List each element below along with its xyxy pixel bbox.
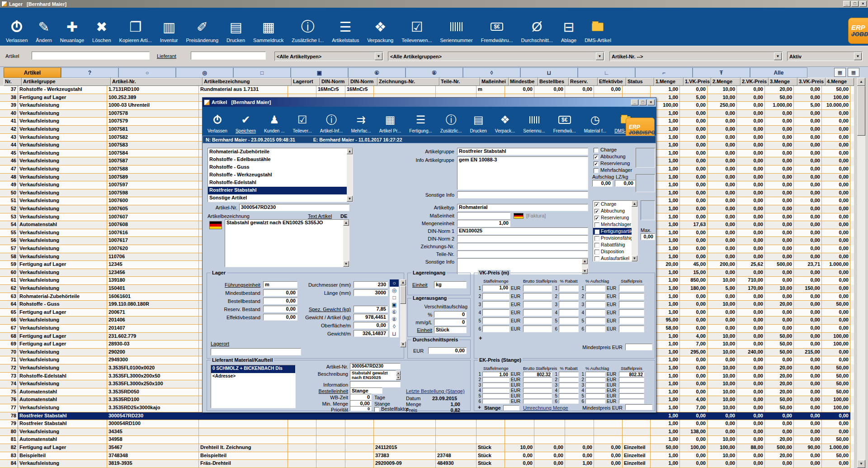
staffelpreis-field[interactable] (619, 317, 644, 324)
column-header-2-vk-preis[interactable]: 2.VK-Preis (741, 78, 769, 86)
sonstige-info-field[interactable] (457, 191, 588, 199)
table-row[interactable]: 80Verkaufsleistung343451,00138,000,000,0… (0, 428, 854, 436)
staffelpreis-field[interactable] (619, 301, 644, 308)
staffelpreis-field[interactable] (619, 388, 644, 393)
staffelmenge-field[interactable]: 1,00 (482, 285, 509, 292)
lieferant-list[interactable]: 0 SCHMOLZ + BICKENBACH Dis<Adresse> (211, 365, 296, 408)
toolbar-button-teileverwendung[interactable]: ☑Teilever... (289, 107, 316, 135)
brutto-staffelpreis-field[interactable] (523, 301, 552, 308)
toolbar-button-kunden[interactable]: ♟Kunden ... (260, 107, 289, 135)
ek-einheit-field[interactable] (503, 405, 519, 411)
fertigungsartikel-checkbox[interactable] (594, 229, 599, 234)
shape-scrollbar[interactable]: ▲ ▼ (400, 279, 406, 347)
artikel-filter-input[interactable] (32, 52, 150, 60)
rabatt-field[interactable] (559, 383, 579, 388)
rabatt-field[interactable] (559, 377, 579, 382)
column-header-din-norm[interactable]: DIN-Norm (349, 78, 377, 86)
aufschlag-field[interactable] (585, 388, 605, 393)
scrollbar-thumb[interactable] (857, 86, 865, 136)
shape-option[interactable]: ◎ (390, 287, 399, 294)
vk-mindestpreis-field[interactable] (625, 344, 652, 350)
list-item[interactable]: Rohmaterial-Zubehörteile (208, 148, 353, 156)
letzte-bestellung-link[interactable]: Letzte Bestellung (Stange) (406, 388, 465, 394)
lieferant-filter-input[interactable] (191, 52, 266, 60)
chevron-down-icon[interactable]: ▼ (596, 52, 604, 60)
l-nge-mm--field[interactable]: 3000 (354, 289, 388, 296)
tab-shape-10[interactable]: ∟ (578, 67, 635, 78)
aufschlag-field[interactable] (585, 393, 605, 398)
flag-item-abbuchung[interactable]: ✓Abbuchung (593, 208, 637, 214)
toolbar-button-loeschen[interactable]: ✖Löschen (88, 9, 115, 45)
staffelmenge-field[interactable] (482, 301, 509, 308)
prozent-field[interactable]: 0 (434, 311, 467, 318)
mehrfachlager-checkbox[interactable] (594, 222, 599, 227)
bestellfaktor-checkbox[interactable] (374, 407, 379, 412)
staffelpreis-field[interactable] (619, 377, 644, 382)
staffelmenge-field[interactable] (482, 309, 509, 316)
staffelmenge-field[interactable] (482, 393, 509, 398)
brutto-staffelpreis-field[interactable] (523, 383, 552, 388)
list-item[interactable]: Rohstoffe - Werkzeugstahl (208, 171, 353, 179)
staffelpreis-field[interactable] (619, 309, 644, 316)
brutto-staffelpreis-field[interactable] (523, 309, 552, 316)
masseinheit-field[interactable] (457, 212, 510, 219)
toolbar-button-fremdwaehrung[interactable]: $€Fremdwähru... (477, 9, 517, 45)
toolbar-button-fremdwaehrung[interactable]: $€Fremdwä... (549, 107, 580, 135)
staffelpreis-field[interactable] (619, 326, 644, 332)
aufschlag-field[interactable] (585, 372, 605, 377)
aufschlag-field[interactable] (585, 309, 605, 316)
spez-gewicht-kg--field[interactable]: 7,85 (354, 306, 388, 312)
toolbar-button-artikel-preis[interactable]: ▦Artikel Pr... (375, 107, 405, 135)
shape-option[interactable]: ◊ (390, 323, 399, 330)
list-item[interactable]: Rohstoffe-Edelstahl (208, 179, 353, 187)
aufschlag-field[interactable] (585, 383, 605, 388)
toolbar-button-ablage[interactable]: ⊟Ablage (557, 9, 580, 45)
table-row[interactable]: 82Fertigung auf Lager35467Drehteil lt. Z… (0, 444, 854, 452)
rabatt-field[interactable] (559, 301, 579, 308)
toolbar-button-verpackung[interactable]: ❖Verpackung (363, 9, 397, 45)
bestelleinheit-field[interactable]: Stange (350, 388, 382, 394)
abbuchung-checkbox[interactable]: ✓ (594, 209, 599, 214)
list-item[interactable]: Rostfreier Stabstahl (208, 187, 353, 194)
shape-option[interactable]: ⑥ (390, 308, 399, 316)
chevron-down-icon[interactable]: ▼ (774, 52, 782, 60)
lzkg-field[interactable]: 0,00 (615, 180, 635, 187)
auslaufartikel-checkbox[interactable] (594, 256, 599, 261)
ausgang-einheit-label[interactable]: Einheit (410, 327, 432, 333)
charge-checkbox[interactable] (594, 148, 599, 153)
artikel-flags-list[interactable]: ✓Charge✓Abbuchung✓ReservierungMehrfachla… (593, 200, 638, 262)
staffelpreis-field[interactable]: 802,32 (619, 372, 644, 377)
toolbar-button-zusaetzliche-info[interactable]: ⓘZusätzliche I... (288, 9, 328, 45)
aktiv-dropdown[interactable]: Aktiv ▼ (787, 52, 863, 61)
disposition-checkbox[interactable] (594, 250, 599, 255)
toolbar-button-material[interactable]: ◷Material f... (580, 107, 610, 135)
toolbar-button-drucken[interactable]: ▤Drucken (222, 9, 249, 45)
toolbar-button-seriennummer[interactable]: Seriennummer (436, 9, 477, 45)
maximize-button[interactable]: □ (851, 1, 859, 7)
zeichnungs-nr-field[interactable] (457, 243, 588, 250)
flag-item-reservierung[interactable]: ✓Reservierung (593, 214, 637, 221)
lagerort-label[interactable]: Lagerort (211, 341, 229, 346)
teile-nr-field[interactable] (457, 251, 588, 258)
scroll-down-icon[interactable]: ▼ (857, 460, 865, 468)
gewicht-m-field[interactable]: 326,14837 (354, 330, 388, 337)
table-row[interactable]: 37Rohstoffe - Werkzeugstahl1.7131RD100Ru… (0, 86, 854, 94)
toolbar-button-verpackung[interactable]: ❖Verpack... (491, 107, 519, 135)
beschreibung-scrollbar[interactable]: ▲ ▼ (396, 371, 401, 380)
artikeltypen-dropdown[interactable]: <Alle Artikeltypen> ▼ (274, 52, 383, 61)
column-header-lagerort[interactable]: Lagerort (292, 78, 320, 86)
table-row[interactable]: 78Rostfreier Stabstahl3000547RD2301,000,… (0, 412, 854, 421)
scroll-down-icon[interactable]: ▼ (396, 375, 401, 380)
rabatt-field[interactable] (559, 293, 579, 300)
field-label[interactable]: Spez. Gewicht (kg) (288, 307, 351, 312)
list-item[interactable]: Rohstoffe - Edelbaustähle (208, 156, 353, 164)
column-header-bestellbes[interactable]: Bestellbes (538, 78, 569, 86)
toolbar-button-dms-artikel[interactable]: DMS-Artikel (580, 9, 615, 45)
max-field[interactable]: 0,00 (641, 233, 655, 240)
shape-option[interactable]: ⊔ (390, 330, 399, 337)
column-header-2-menge[interactable]: 2.Menge (711, 78, 741, 86)
prioritaet-field[interactable]: 0 (350, 406, 372, 411)
ausgang-einheit-field[interactable]: Stück (434, 326, 467, 333)
flag-item-charge[interactable]: ✓Charge (593, 201, 637, 208)
toolbar-button-drucken[interactable]: ▤Drucken (466, 107, 491, 135)
